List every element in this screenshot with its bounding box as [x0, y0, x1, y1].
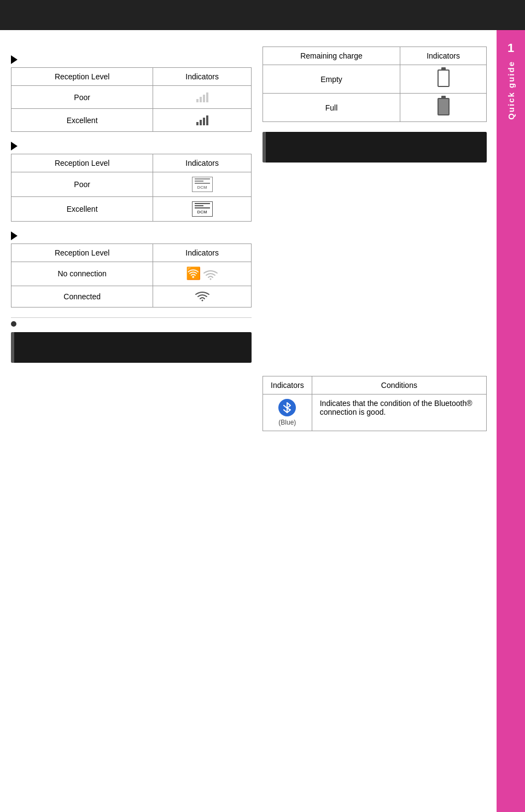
bt-icon-cell: (Blue)	[263, 395, 312, 431]
signal-bars-poor-1	[196, 90, 208, 102]
level-poor-2: Poor	[11, 172, 153, 197]
signal-excellent-1	[153, 109, 252, 132]
bt-conditions-header: Conditions	[312, 376, 486, 395]
bluetooth-svg	[282, 402, 292, 413]
bullet-triangle-1	[11, 55, 18, 64]
bluetooth-icon	[278, 399, 296, 416]
battery-empty-icon	[400, 65, 487, 94]
table-row: Connected	[11, 286, 252, 308]
battery-empty-label: Empty	[263, 65, 400, 94]
level-excellent-1: Excellent	[11, 109, 153, 132]
info-box-left	[11, 332, 252, 363]
section1-header	[11, 55, 252, 64]
level-excellent-2: Excellent	[11, 196, 153, 221]
bt-col1-header: Remaining charge	[263, 47, 400, 65]
table-row: Excellent	[11, 109, 252, 132]
wifi-svg-excellent	[195, 291, 210, 303]
signal-bars-excellent-1	[196, 113, 208, 125]
blue-label: (Blue)	[271, 419, 304, 426]
reception-table-3: Reception Level Indicators No connection…	[11, 243, 252, 308]
signal-poor-1	[153, 86, 252, 109]
table-row: Empty	[263, 65, 487, 94]
bullet-dot-icon	[11, 321, 16, 327]
wifi-icon-disconnected: 🛜	[186, 266, 201, 281]
reception-table-2: Reception Level Indicators Poor	[11, 154, 252, 222]
dcm-icon-poor: DCM	[192, 177, 213, 192]
left-column: Reception Level Indicators Poor	[11, 47, 252, 441]
wifi-connected	[153, 286, 252, 308]
battery-full-label: Full	[263, 94, 400, 122]
dcm-excellent: DCM	[153, 196, 252, 221]
table-row: No connection 🛜	[11, 262, 252, 286]
bt-col2-header: Indicators	[400, 47, 487, 65]
battery-full-indicator	[438, 98, 450, 115]
section3-header	[11, 231, 252, 240]
t2-col2-header: Indicators	[153, 154, 252, 172]
level-no-connection: No connection	[11, 262, 153, 286]
info-box-right	[262, 132, 487, 163]
t2-col1-header: Reception Level	[11, 154, 153, 172]
dcm-poor: DCM	[153, 172, 252, 197]
bluetooth-table: Indicators Conditions	[262, 376, 487, 431]
reception-table-1: Reception Level Indicators Poor	[11, 67, 252, 132]
table-row: Poor DCM	[11, 172, 252, 197]
bluetooth-section: Indicators Conditions	[262, 376, 487, 431]
t1-col2-header: Indicators	[153, 68, 252, 86]
wifi-svg-poor	[203, 269, 218, 281]
t3-col1-header: Reception Level	[11, 243, 153, 262]
bullet-triangle-2	[11, 142, 18, 150]
section2-header	[11, 142, 252, 150]
t3-col2-header: Indicators	[153, 243, 252, 262]
bullet-dot-row	[11, 321, 252, 327]
battery-table: Remaining charge Indicators Empty Ful	[262, 47, 487, 122]
battery-empty-indicator	[438, 69, 450, 87]
top-bar	[0, 0, 525, 30]
bt-condition-cell: Indicates that the condition of the Blue…	[312, 395, 486, 431]
table-row: Full	[263, 94, 487, 122]
battery-full-icon	[400, 94, 487, 122]
t1-col1-header: Reception Level	[11, 68, 153, 86]
dcm-icon-excellent: DCM	[192, 201, 213, 217]
wifi-no-connection: 🛜	[153, 262, 252, 286]
horizontal-rule	[11, 317, 252, 318]
bt-indicators-header: Indicators	[263, 376, 312, 395]
table-row: Poor	[11, 86, 252, 109]
right-column: Remaining charge Indicators Empty Ful	[262, 47, 487, 441]
table-row: Excellent DCM	[11, 196, 252, 221]
level-connected: Connected	[11, 286, 153, 308]
bullet-triangle-3	[11, 231, 18, 240]
table-row: (Blue) Indicates that the condition of t…	[263, 395, 487, 431]
level-poor-1: Poor	[11, 86, 153, 109]
